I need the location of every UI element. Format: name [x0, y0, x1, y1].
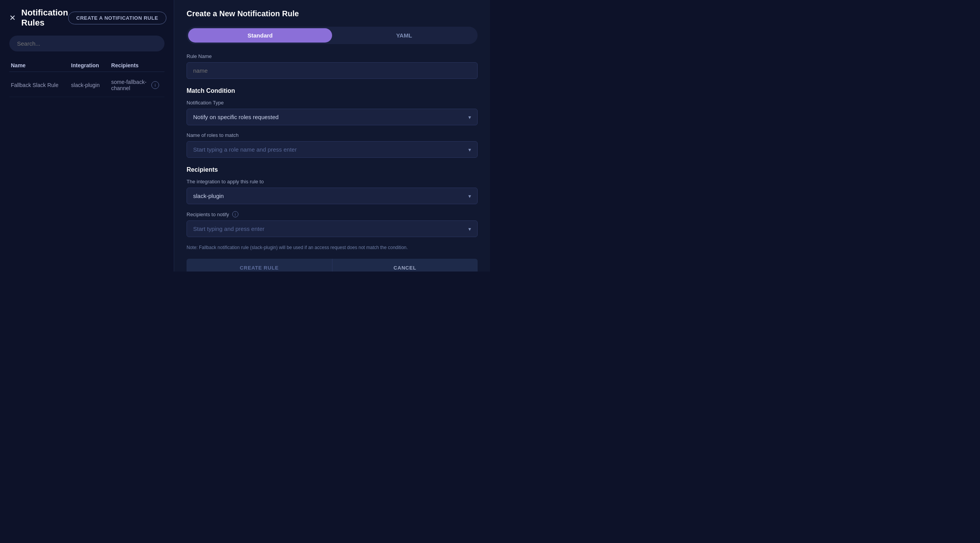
- right-panel: Create a New Notification Rule Standard …: [174, 0, 490, 272]
- chevron-down-icon: ▾: [468, 226, 471, 232]
- info-icon[interactable]: i: [151, 81, 159, 89]
- table-row[interactable]: Fallback Slack Rule slack-plugin some-fa…: [9, 73, 164, 97]
- table-header: Name Integration Recipients: [9, 59, 164, 72]
- chevron-down-icon: ▾: [468, 193, 471, 199]
- panel-title: Create a New Notification Rule: [187, 9, 478, 18]
- tab-standard[interactable]: Standard: [188, 28, 332, 43]
- close-button[interactable]: ✕: [9, 14, 16, 22]
- chevron-down-icon: ▾: [468, 147, 471, 153]
- rule-name-input[interactable]: [187, 62, 478, 79]
- chevron-down-icon: ▾: [468, 114, 471, 120]
- col-recipients: Recipients: [111, 62, 151, 68]
- recipients-to-notify-label: Recipients to notify: [187, 212, 229, 217]
- search-input[interactable]: [9, 36, 164, 51]
- integration-value: slack-plugin: [193, 193, 224, 199]
- info-icon[interactable]: i: [232, 211, 238, 217]
- notification-type-select[interactable]: Notify on specific roles requested ▾: [187, 109, 478, 125]
- col-name: Name: [11, 62, 71, 68]
- tab-yaml[interactable]: YAML: [332, 28, 476, 43]
- notification-type-value: Notify on specific roles requested: [193, 114, 279, 120]
- match-condition-title: Match Condition: [187, 87, 478, 94]
- page-title: Notification Rules: [21, 8, 68, 28]
- role-names-label: Name of roles to match: [187, 132, 478, 138]
- col-integration: Integration: [71, 62, 111, 68]
- note-text: Note: Fallback notification rule (slack-…: [187, 244, 478, 251]
- left-header-left: ✕ Notification Rules: [9, 8, 68, 28]
- role-names-select[interactable]: Start typing a role name and press enter…: [187, 141, 478, 158]
- toggle-tabs: Standard YAML: [187, 27, 478, 44]
- create-rule-button[interactable]: CREATE RULE: [187, 259, 332, 272]
- recipients-to-notify-select[interactable]: Start typing and press enter ▾: [187, 220, 478, 237]
- cancel-button[interactable]: CANCEL: [332, 259, 478, 272]
- integration-select[interactable]: slack-plugin ▾: [187, 188, 478, 204]
- row-recipients: some-fallback-channel: [111, 79, 151, 91]
- left-panel: ✕ Notification Rules CREATE A NOTIFICATI…: [0, 0, 174, 272]
- notification-type-label: Notification Type: [187, 100, 478, 106]
- role-names-placeholder: Start typing a role name and press enter: [193, 146, 297, 153]
- integration-label: The integration to apply this rule to: [187, 179, 478, 184]
- create-notification-rule-button[interactable]: CREATE A NOTIFICATION RULE: [68, 12, 166, 24]
- recipients-title: Recipients: [187, 166, 478, 173]
- left-header: ✕ Notification Rules CREATE A NOTIFICATI…: [9, 8, 164, 28]
- recipients-to-notify-placeholder: Start typing and press enter: [193, 225, 264, 232]
- bottom-buttons: CREATE RULE CANCEL: [187, 259, 478, 272]
- rule-name-label: Rule Name: [187, 53, 478, 59]
- row-integration: slack-plugin: [71, 82, 111, 88]
- row-name: Fallback Slack Rule: [11, 82, 71, 88]
- recipients-to-notify-label-row: Recipients to notify i: [187, 211, 478, 217]
